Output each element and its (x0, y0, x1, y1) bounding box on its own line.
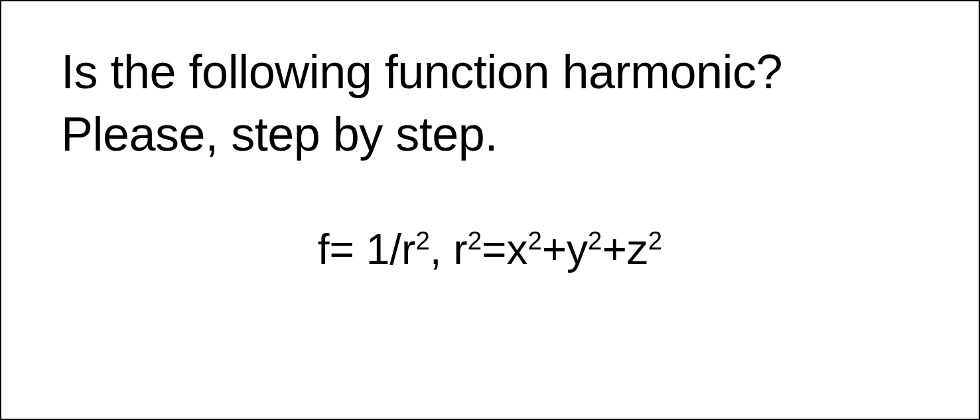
question-line-1: Is the following function harmonic? (61, 41, 919, 104)
formula-part-eq: =x (482, 226, 527, 273)
formula-part-plus1: +y (542, 226, 588, 273)
formula-part-f: f= 1/r (318, 226, 416, 273)
formula-sup-1: 2 (415, 226, 429, 255)
document-content: Is the following function harmonic? Plea… (1, 1, 979, 314)
formula-block: f= 1/r2, r2=x2+y2+z2 (61, 225, 919, 274)
formula-sup-4: 2 (588, 226, 602, 255)
formula-part-plus2: +z (602, 226, 648, 273)
formula-sup-2: 2 (468, 226, 482, 255)
formula-sup-5: 2 (648, 226, 662, 255)
question-line-2: Please, step by step. (61, 104, 919, 166)
formula-text: f= 1/r2, r2=x2+y2+z2 (318, 225, 662, 274)
formula-sup-3: 2 (527, 226, 541, 255)
formula-part-comma: , r (430, 226, 468, 273)
